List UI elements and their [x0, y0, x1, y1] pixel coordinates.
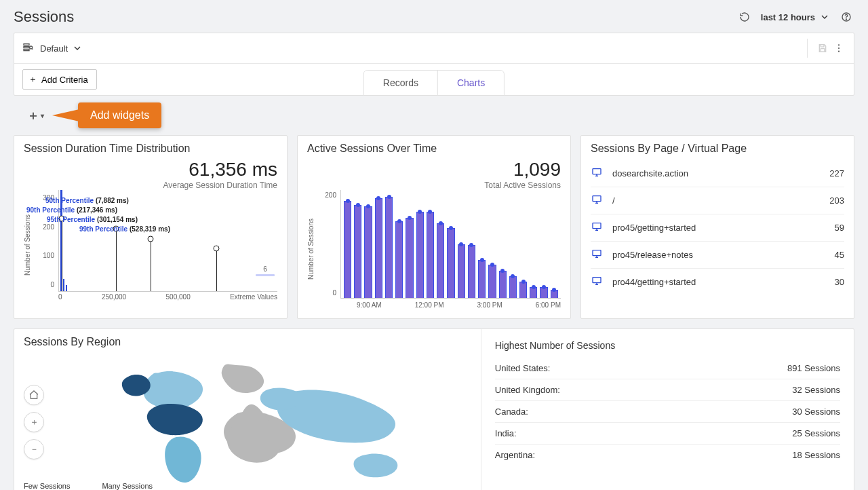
svg-point-10 — [838, 51, 840, 52]
add-widget-button[interactable]: ＋▾ — [27, 107, 44, 124]
page-count: 30 — [835, 277, 844, 287]
bar[interactable] — [540, 287, 547, 298]
y-axis-label: Number of Sessions — [307, 219, 315, 280]
bar[interactable] — [385, 197, 393, 298]
divider — [807, 39, 808, 58]
plus-icon: ＋ — [28, 73, 37, 86]
bar[interactable] — [447, 228, 454, 298]
bar[interactable] — [488, 265, 496, 298]
widget-title: Sessions By Region — [24, 336, 471, 348]
map-zoom-out-button[interactable]: － — [24, 439, 44, 459]
region-row: Canada: 30 Sessions — [495, 401, 840, 423]
map-zoom-in-button[interactable]: ＋ — [24, 412, 44, 432]
region-value: 30 Sessions — [792, 407, 840, 417]
time-range-label: last 12 hours — [761, 12, 815, 22]
bar[interactable] — [406, 218, 413, 298]
svg-rect-12 — [593, 196, 601, 202]
svg-rect-13 — [593, 223, 601, 229]
region-row: Argentina: 18 Sessions — [495, 445, 840, 466]
bar[interactable] — [375, 198, 382, 298]
region-name: United Kingdom: — [495, 385, 560, 395]
save-icon[interactable] — [814, 40, 831, 56]
page-row[interactable]: pro45/getting+started 59 — [591, 214, 844, 241]
world-map[interactable] — [64, 352, 458, 490]
page-row[interactable]: pro45/release+notes 45 — [591, 241, 844, 268]
page-count: 203 — [829, 195, 844, 206]
bar[interactable] — [468, 245, 475, 298]
widget-title: Sessions By Page / Virtual Page — [591, 143, 844, 155]
page-name: pro45/getting+started — [612, 223, 825, 233]
avg-duration-label: Average Session Duration Time — [24, 181, 277, 190]
region-row: India: 25 Sessions — [495, 423, 840, 445]
svg-point-8 — [838, 44, 840, 45]
monitor-icon — [591, 194, 603, 207]
x-axis-ticks: 0 250,000 500,000 Extreme Values — [58, 293, 277, 301]
chevron-down-icon — [72, 43, 83, 54]
bar[interactable] — [478, 260, 486, 298]
filter-list-icon[interactable] — [22, 42, 33, 55]
region-name: Canada: — [495, 407, 528, 417]
page-row[interactable]: pro44/getting+started 30 — [591, 268, 844, 295]
page-name: dosearchsite.action — [612, 168, 820, 178]
bar[interactable] — [364, 206, 372, 298]
svg-rect-2 — [24, 43, 29, 45]
bar[interactable] — [344, 201, 351, 298]
region-list-title: Highest Number of Sessions — [495, 340, 840, 351]
time-range-picker[interactable]: last 12 hours — [761, 12, 830, 22]
bar[interactable] — [509, 276, 517, 298]
svg-rect-3 — [24, 46, 29, 48]
page-row[interactable]: dosearchsite.action 227 — [591, 160, 844, 187]
map-home-button[interactable] — [24, 385, 44, 405]
svg-rect-6 — [821, 45, 824, 47]
monitor-icon — [591, 248, 603, 261]
y-axis-ticks: 200 0 — [320, 190, 336, 309]
svg-rect-15 — [593, 278, 601, 283]
distribution-plot: 50th Percentile (7,882 ms) 90th Percenti… — [58, 190, 277, 292]
bar[interactable] — [395, 221, 403, 298]
refresh-icon[interactable] — [736, 9, 753, 25]
svg-rect-14 — [593, 250, 601, 256]
widget-title: Active Sessions Over Time — [307, 143, 561, 155]
page-count: 45 — [835, 250, 844, 260]
bar[interactable] — [530, 287, 537, 298]
y-axis-label: Number of Sessions — [24, 214, 31, 276]
tab-records[interactable]: Records — [364, 71, 437, 95]
region-value: 25 Sessions — [792, 428, 840, 438]
bar[interactable] — [416, 212, 424, 298]
page-row[interactable]: / 203 — [591, 187, 844, 214]
bar[interactable] — [427, 212, 434, 298]
region-value: 891 Sessions — [787, 363, 840, 373]
total-sessions-label: Total Active Sessions — [307, 181, 561, 190]
page-name: / — [612, 195, 820, 206]
widget-sessions-by-page: Sessions By Page / Virtual Page dosearch… — [580, 135, 854, 319]
map-legend: Few Sessions Many Sessions — [24, 482, 153, 490]
tab-charts[interactable]: Charts — [437, 71, 504, 95]
add-criteria-button[interactable]: ＋ Add Criteria — [22, 69, 97, 90]
region-name: India: — [495, 428, 517, 438]
x-axis-ticks: 9:00 AM 12:00 PM 3:00 PM 6:00 PM — [340, 301, 561, 309]
region-name: United States: — [495, 363, 551, 373]
region-value: 18 Sessions — [792, 450, 840, 460]
page-count: 59 — [835, 223, 844, 233]
extreme-count: 6 — [263, 265, 267, 273]
region-name: Argentina: — [495, 450, 535, 460]
svg-rect-4 — [24, 49, 29, 50]
more-menu-icon[interactable] — [831, 40, 847, 56]
bar[interactable] — [499, 271, 507, 298]
widget-sessions-by-region: Sessions By Region ＋ － — [14, 328, 854, 490]
saved-filter-dropdown[interactable]: Default — [40, 43, 83, 54]
bar[interactable] — [354, 205, 361, 298]
avg-duration-value: 61,356 ms — [24, 159, 277, 181]
region-row: United Kingdom: 32 Sessions — [495, 379, 840, 401]
saved-filter-name: Default — [40, 43, 68, 54]
bar[interactable] — [437, 223, 444, 298]
bar[interactable] — [551, 290, 558, 298]
total-sessions-value: 1,099 — [307, 159, 561, 181]
svg-rect-7 — [821, 49, 824, 52]
bar[interactable] — [519, 282, 527, 298]
help-icon[interactable] — [838, 9, 854, 25]
bar[interactable] — [458, 244, 465, 299]
monitor-icon — [591, 276, 603, 288]
svg-point-1 — [846, 19, 846, 20]
widget-title: Session Duration Time Distribution — [24, 143, 277, 155]
